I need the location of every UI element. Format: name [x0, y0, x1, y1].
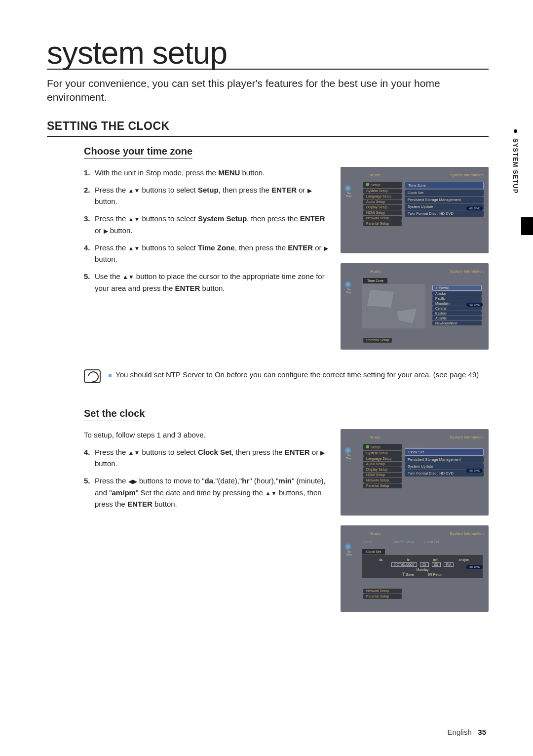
- list-item: 5. Press the ◀▶ buttons to move to "da."…: [84, 475, 332, 510]
- section-heading: SETTING THE CLOCK: [47, 119, 489, 133]
- disc-icon: [344, 447, 351, 454]
- disc-icon: [344, 185, 351, 192]
- list-item: 1. With the unit in Stop mode, press the…: [84, 167, 332, 178]
- list-item: 4. Press the ▲▼ buttons to select Clock …: [84, 446, 332, 470]
- screenshot-timezone-map: MusicSystem Information No Disc Time Zon…: [341, 263, 489, 350]
- list-item: 3. Press the ▲▼ buttons to select System…: [84, 213, 332, 236]
- side-tab: [521, 133, 533, 316]
- screenshot-clockset-panel: MusicSystem Information No Disc Setup Sy…: [341, 525, 489, 612]
- list-item: 4. Press the ▲▼ buttons to select Time Z…: [84, 242, 332, 265]
- bullet-icon: [109, 374, 112, 377]
- clock-lead: To setup, follow steps 1 and 3 above.: [84, 429, 332, 440]
- screenshot-system-setup: MusicSystem Information No Disc Setup Sy…: [341, 167, 489, 253]
- list-item: 5. Use the ▲▼ button to place the cursor…: [84, 271, 332, 294]
- page-title: system setup: [47, 37, 489, 70]
- timezone-steps: 1. With the unit in Stop mode, press the…: [84, 167, 332, 294]
- section-rule: [47, 136, 489, 137]
- subheading-clock: Set the clock: [84, 408, 145, 421]
- intro-text: For your convenience, you can set this p…: [47, 77, 489, 105]
- list-item: 2. Press the ▲▼ buttons to select Setup,…: [84, 184, 332, 207]
- screenshot-clockset-menu: MusicSystem Information No Disc Setup Sy…: [341, 429, 489, 516]
- side-bullet: [514, 129, 517, 133]
- disc-icon: [344, 281, 351, 288]
- note-block: You should set NTP Server to On before y…: [84, 369, 489, 383]
- subheading-timezone: Choose your time zone: [84, 146, 192, 159]
- clock-steps: 4. Press the ▲▼ buttons to select Clock …: [84, 446, 332, 510]
- page-footer: English _35: [448, 728, 486, 736]
- world-map: [362, 284, 425, 328]
- note-icon: [84, 369, 101, 383]
- side-section-label: SYSTEM SETUP: [512, 138, 519, 194]
- disc-icon: [344, 543, 351, 550]
